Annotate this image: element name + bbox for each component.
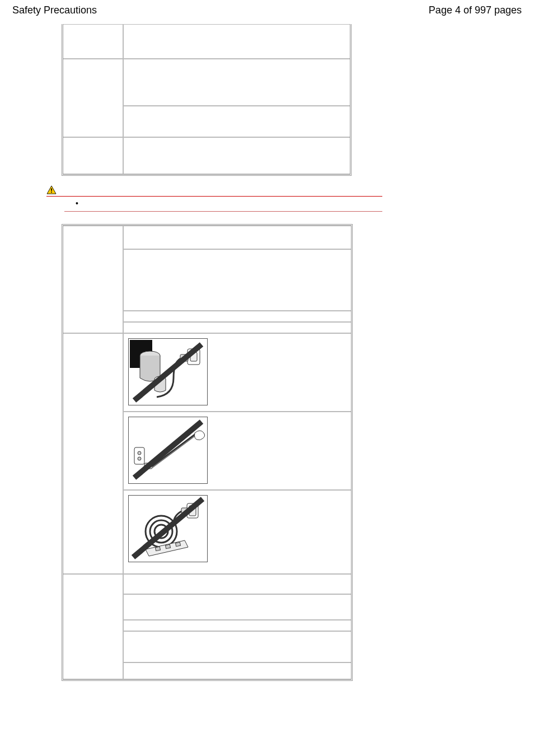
table-cell (123, 322, 351, 333)
table-cell (123, 106, 350, 137)
table-cell (123, 490, 351, 574)
table-cell (123, 137, 350, 174)
svg-rect-21 (155, 547, 160, 551)
caution-heading-row (46, 184, 382, 197)
svg-rect-22 (165, 544, 170, 549)
svg-rect-1 (51, 188, 52, 190)
caution-bullet-row: • (64, 198, 382, 212)
safety-table-2 (62, 224, 353, 681)
table-cell (123, 226, 351, 249)
table-cell (123, 620, 351, 631)
table-cell (63, 574, 123, 679)
pulling-cord-illustration (128, 417, 208, 484)
table-cell (63, 24, 123, 59)
table-cell (123, 24, 350, 59)
svg-point-12 (138, 457, 141, 460)
table-row (63, 333, 351, 412)
table-cell (123, 249, 351, 311)
table-row (63, 574, 351, 594)
table-cell (63, 137, 123, 174)
table-cell (123, 412, 351, 490)
table-row (63, 226, 351, 249)
table-cell (123, 662, 351, 679)
svg-point-11 (138, 451, 141, 455)
bullet-icon: • (76, 199, 78, 208)
table-cell (63, 333, 123, 574)
doc-title: Safety Precautions (12, 4, 97, 16)
svg-rect-10 (134, 447, 144, 464)
page-header: Safety Precautions Page 4 of 997 pages (0, 0, 534, 16)
table-cell (63, 59, 123, 137)
safety-table-1 (62, 24, 352, 176)
content-area: • (31, 24, 383, 681)
svg-rect-2 (51, 192, 52, 193)
table-cell (123, 333, 351, 412)
coiled-cord-adapter-illustration (128, 495, 208, 562)
table-row (63, 24, 350, 59)
power-plug-objects-illustration (128, 338, 208, 405)
table-cell (123, 311, 351, 322)
table-row (63, 59, 350, 106)
table-row (63, 137, 350, 174)
table-cell (123, 631, 351, 662)
svg-rect-23 (175, 542, 180, 547)
page-indicator: Page 4 of 997 pages (429, 4, 522, 16)
table-cell (123, 59, 350, 106)
table-cell (123, 594, 351, 620)
page: Safety Precautions Page 4 of 997 pages (0, 0, 534, 681)
warning-icon (46, 185, 57, 194)
table-cell (63, 226, 123, 333)
table-cell (123, 574, 351, 594)
